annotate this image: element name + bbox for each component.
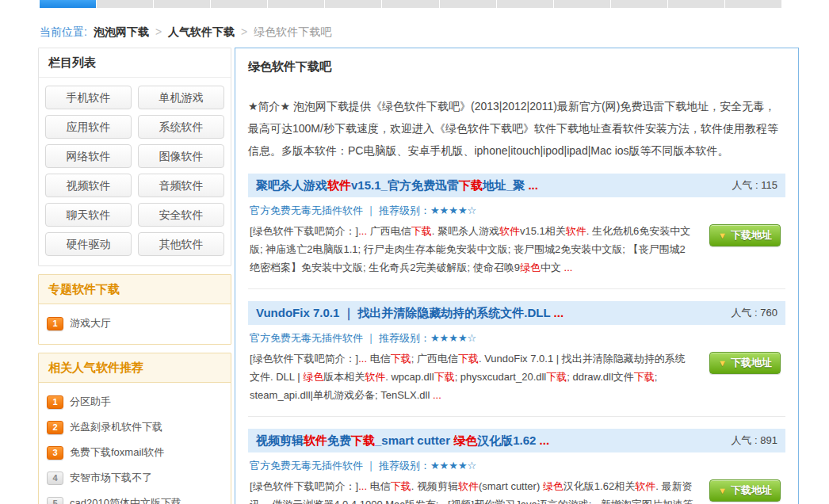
list-item[interactable]: 2光盘刻录机软件下载 — [47, 414, 223, 440]
breadcrumb-label: 当前位置: — [40, 25, 87, 38]
text-segment: 广西电信 — [367, 225, 411, 237]
top-tab-strip — [40, 0, 781, 8]
tab-segment[interactable] — [611, 0, 667, 8]
tab-segment[interactable] — [440, 0, 496, 8]
category-button[interactable]: 音频软件 — [138, 174, 224, 197]
item-subtitle: 官方免费无毒无插件软件 ｜ 推荐级别：★★★★☆ — [248, 459, 785, 473]
rank-badge: 3 — [47, 446, 63, 460]
text-segment: ; ddraw.dll文件 — [567, 371, 634, 383]
item-subtitle: 官方免费无毒无插件软件 ｜ 推荐级别：★★★★☆ — [248, 331, 785, 346]
breadcrumb: 当前位置:泡泡网下载>人气软件下载>绿色软件下载吧 — [40, 25, 331, 40]
item-subtitle: 官方免费无毒无插件软件 ｜ 推荐级别：★★★★☆ — [248, 204, 785, 218]
category-button[interactable]: 安全软件 — [138, 203, 224, 227]
highlighted-keyword: 软件 — [365, 371, 385, 383]
tab-segment[interactable] — [97, 0, 153, 8]
item-description: [绿色软件下载吧简介：]... 广西电信下载. 聚吧杀人游戏软件v15.1相关软… — [248, 222, 693, 277]
highlighted-keyword: 下载 — [391, 480, 411, 492]
text-segment: [绿色软件下载吧简介：] — [250, 225, 358, 237]
tab-segment[interactable] — [497, 0, 553, 8]
list-item[interactable]: 5cad2010简体中文版下载 — [47, 491, 223, 504]
highlighted-keyword: 下载 — [459, 178, 483, 192]
text-segment: ; physxcudart_20.dll — [455, 371, 547, 383]
tab-segment[interactable] — [382, 0, 438, 8]
item-body: [绿色软件下载吧简介：]... 电信下载; 广西电信下载. VundoFix 7… — [248, 349, 785, 407]
download-button-label: 下载地址 — [731, 228, 772, 242]
text-segment: v15.1相关 — [520, 225, 566, 237]
category-button[interactable]: 图像软件 — [138, 144, 224, 168]
text-segment: . 视频剪辑 — [411, 480, 458, 492]
category-button[interactable]: 其他软件 — [138, 232, 224, 256]
list-item-label: cad2010简体中文版下载 — [70, 496, 181, 504]
tab-segment[interactable] — [554, 0, 610, 8]
tab-segment[interactable] — [725, 0, 781, 8]
category-button[interactable]: 单机游戏 — [138, 86, 224, 109]
list-item[interactable]: 1游戏大厅 — [47, 311, 223, 336]
list-item[interactable]: 4安智市场下载不了 — [47, 465, 223, 491]
sidebar: 栏目列表 手机软件单机游戏应用软件系统软件网络软件图像软件视频软件音频软件聊天软… — [38, 48, 231, 504]
text-segment: _smart cutter — [375, 433, 453, 447]
highlighted-keyword: 下载 — [458, 353, 479, 365]
text-segment: 免费 — [327, 433, 351, 447]
item-title-bar: 视频剪辑软件免费下载_smart cutter 绿色汉化版1.62 ...人气 … — [248, 429, 785, 452]
category-button[interactable]: 视频软件 — [45, 174, 132, 197]
download-button[interactable]: ▼下载地址 — [709, 352, 781, 374]
breadcrumb-item: 绿色软件下载吧 — [254, 25, 331, 38]
category-button[interactable]: 网络软件 — [45, 144, 132, 168]
intro-text: ★简介★ 泡泡网下载提供《绿色软件下载吧》(2013|2012|2011)最新官… — [248, 95, 785, 162]
category-button[interactable]: 聊天软件 — [45, 203, 132, 227]
list-item-label: 游戏大厅 — [70, 316, 111, 330]
category-button[interactable]: 硬件驱动 — [45, 232, 132, 256]
list-item[interactable]: 1分区助手 — [47, 389, 223, 414]
item-title-link[interactable]: 聚吧杀人游戏软件v15.1_官方免费迅雷下载地址_聚 ... — [256, 178, 538, 193]
main-content: 绿色软件下载吧 ★简介★ 泡泡网下载提供《绿色软件下载吧》(2013|2012|… — [235, 48, 799, 504]
highlighted-keyword: 绿色 — [303, 371, 323, 383]
category-button-grid: 手机软件单机游戏应用软件系统软件网络软件图像软件视频软件音频软件聊天软件安全软件… — [39, 78, 231, 265]
rank-badge: 2 — [47, 421, 63, 434]
download-button[interactable]: ▼下载地址 — [709, 224, 781, 246]
highlighted-keyword: ... — [564, 262, 573, 273]
rank-badge: 1 — [47, 317, 63, 330]
popularity-label: 人气 : — [731, 434, 760, 446]
highlighted-keyword: 下载 — [546, 371, 567, 383]
item-title-link[interactable]: 视频剪辑软件免费下载_smart cutter 绿色汉化版1.62 ... — [256, 433, 549, 449]
tab-segment[interactable] — [211, 0, 267, 8]
list-item-label: 分区助手 — [70, 395, 111, 409]
subtitle-text: 官方免费无毒无插件软件 ｜ 推荐级别： — [250, 204, 430, 216]
text-segment: 电信 — [367, 480, 391, 492]
list-item-label: 安智市场下载不了 — [70, 471, 152, 485]
rank-badge: 1 — [47, 395, 63, 409]
popularity-value: 760 — [760, 307, 777, 319]
text-segment: 聚吧杀人游戏 — [256, 178, 327, 192]
tab-segment[interactable] — [325, 0, 381, 8]
item-title-link[interactable]: VundoFix 7.0.1 ｜ 找出并清除隐藏劫持的系统文件.DLL ... — [256, 306, 563, 321]
topic-panel-title: 专题软件下载 — [39, 275, 231, 304]
list-item[interactable]: 3免费下载foxmail软件 — [47, 440, 223, 465]
related-panel-title: 相关人气软件推荐 — [39, 353, 231, 383]
category-button[interactable]: 手机软件 — [45, 86, 132, 109]
highlighted-keyword: ... — [528, 178, 538, 192]
subtitle-text: 官方免费无毒无插件软件 ｜ 推荐级别： — [250, 332, 430, 344]
category-button[interactable]: 应用软件 — [45, 115, 132, 139]
list-item-label: 光盘刻录机软件下载 — [70, 420, 162, 434]
breadcrumb-item[interactable]: 泡泡网下载 — [94, 25, 149, 38]
tab-segment[interactable] — [668, 0, 724, 8]
category-panel: 栏目列表 手机软件单机游戏应用软件系统软件网络软件图像软件视频软件音频软件聊天软… — [38, 48, 231, 266]
text-segment: 地址_聚 — [483, 178, 529, 192]
category-button[interactable]: 系统软件 — [138, 115, 224, 139]
breadcrumb-separator: > — [241, 25, 247, 38]
breadcrumb-item[interactable]: 人气软件下载 — [168, 25, 235, 38]
highlighted-keyword: 绿色 — [520, 262, 541, 273]
tab-segment[interactable] — [154, 0, 210, 8]
highlighted-keyword: 软件 — [327, 178, 351, 192]
rank-badge: 4 — [47, 472, 63, 485]
tab-segment[interactable] — [268, 0, 324, 8]
item-body: [绿色软件下载吧简介：]... 电信下载. 视频剪辑软件(smart cutte… — [248, 477, 785, 504]
download-button[interactable]: ▼下载地址 — [709, 479, 781, 502]
highlighted-keyword: 下载 — [411, 225, 432, 237]
popularity: 人气 : 115 — [732, 178, 777, 193]
item-body: [绿色软件下载吧简介：]... 广西电信下载. 聚吧杀人游戏软件v15.1相关软… — [248, 222, 785, 279]
active-tab-segment[interactable] — [40, 0, 96, 8]
text-segment: v15.1_官方免费迅雷 — [351, 178, 459, 192]
popularity-value: 115 — [761, 179, 777, 191]
subtitle-text: 官方免费无毒无插件软件 ｜ 推荐级别： — [250, 460, 430, 472]
